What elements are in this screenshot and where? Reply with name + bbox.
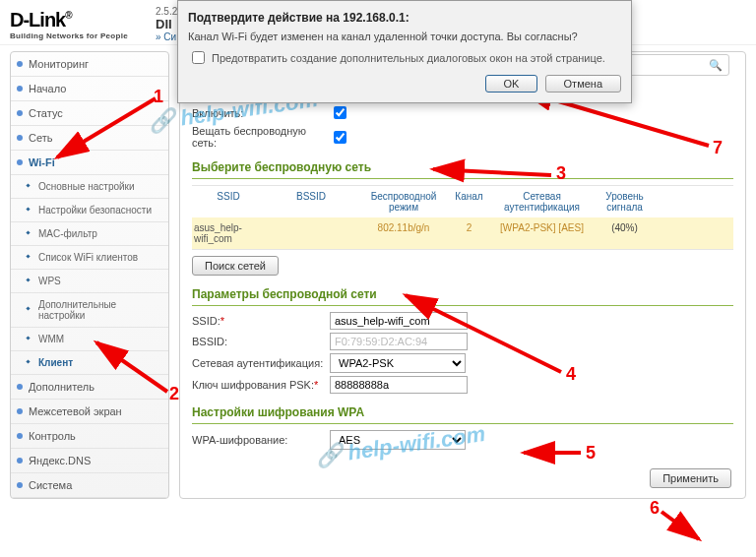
prevent-label: Предотвратить создание дополнительных ди…	[212, 52, 605, 64]
psk-label: Ключ шифрования PSK:	[192, 379, 314, 391]
bssid-input[interactable]	[330, 333, 468, 350]
bssid-label: BSSID:	[192, 336, 330, 347]
sidebar-item-start[interactable]: Начало	[11, 77, 168, 101]
cell-ssid: asus_help-wifi_com	[192, 217, 265, 249]
sidebar-item-control[interactable]: Контроль	[11, 424, 168, 449]
col-bssid[interactable]: BSSID	[265, 186, 357, 217]
sidebar-item-monitoring[interactable]: Мониторинг	[11, 52, 168, 77]
cell-mode: 802.11b/g/n	[357, 217, 450, 249]
col-mode[interactable]: Беспроводной режим	[357, 186, 450, 217]
marker-6: 6	[650, 498, 660, 519]
sidebar-item-wifi[interactable]: Wi-Fi	[11, 151, 168, 175]
marker-3: 3	[556, 163, 566, 184]
ssid-input[interactable]	[330, 312, 468, 330]
marker-7: 7	[713, 138, 723, 158]
sidebar-item-clients[interactable]: Список WiFi клиентов	[11, 246, 168, 270]
sidebar-item-yandexdns[interactable]: Яндекс.DNS	[11, 449, 168, 473]
sidebar-item-network[interactable]: Сеть	[11, 126, 168, 151]
search-networks-button[interactable]: Поиск сетей	[192, 256, 279, 276]
dialog-text: Канал Wi-Fi будет изменен на канал удале…	[188, 31, 621, 42]
cancel-button[interactable]: Отмена	[545, 75, 621, 93]
sidebar-item-extra[interactable]: Дополнитель	[11, 375, 168, 400]
wifi-row-selected[interactable]: asus_help-wifi_com 802.11b/g/n 2 [WPA2-P…	[192, 217, 733, 249]
cell-signal: (40%)	[596, 217, 654, 249]
ok-button[interactable]: OK	[485, 75, 538, 93]
enable-checkbox[interactable]	[334, 106, 346, 119]
sidebar-item-basic[interactable]: Основные настройки	[11, 175, 168, 199]
confirm-dialog: Подтвердите действие на 192.168.0.1: Кан…	[177, 0, 632, 103]
broadcast-label: Вещать беспроводную сеть:	[192, 125, 330, 149]
apply-button[interactable]: Применить	[650, 468, 731, 488]
auth-label: Сетевая аутентификация:	[192, 357, 330, 369]
sidebar-item-system[interactable]: Система	[11, 473, 168, 498]
col-ssid[interactable]: SSID	[192, 186, 265, 217]
col-auth[interactable]: Сетевая аутентификация	[488, 186, 596, 217]
enable-label: Включить:	[192, 107, 330, 119]
sidebar: Мониторинг Начало Статус Сеть Wi-Fi Осно…	[10, 51, 169, 499]
marker-4: 4	[566, 364, 576, 385]
sidebar-item-wps[interactable]: WPS	[11, 270, 168, 293]
main-panel: 🔍 Wi-Fi / Клиент Настройка маршрутизатор…	[179, 51, 746, 499]
section-wpa: Настройки шифрования WPA	[192, 402, 733, 424]
psk-input[interactable]	[330, 376, 468, 394]
wifi-table: SSID BSSID Беспроводной режим Канал Сете…	[192, 185, 733, 250]
logo-brand: D-Link	[10, 9, 65, 31]
section-params: Параметры беспроводной сети	[192, 283, 733, 306]
enc-label: WPA-шифрование:	[192, 434, 330, 446]
svg-line-5	[662, 512, 699, 539]
sidebar-item-advanced[interactable]: Дополнительные настройки	[11, 293, 168, 328]
cell-auth: [WPA2-PSK] [AES]	[488, 217, 596, 249]
sidebar-item-firewall[interactable]: Межсетевой экран	[11, 400, 168, 424]
sidebar-item-status[interactable]: Статус	[11, 101, 168, 126]
marker-1: 1	[154, 87, 163, 107]
col-channel[interactable]: Канал	[450, 186, 488, 217]
sidebar-item-client[interactable]: Клиент	[11, 351, 168, 375]
logo: D-Link® Building Networks for People	[10, 9, 148, 40]
enc-select[interactable]: AES	[330, 430, 466, 450]
broadcast-checkbox[interactable]	[334, 131, 346, 144]
marker-5: 5	[586, 443, 596, 464]
auth-select[interactable]: WPA2-PSK	[330, 353, 466, 373]
cell-bssid	[265, 217, 357, 249]
sidebar-item-security[interactable]: Настройки безопасности	[11, 199, 168, 222]
col-signal[interactable]: Уровень сигнала	[596, 186, 654, 217]
cell-channel: 2	[450, 217, 488, 249]
section-select-network: Выберите беспроводную сеть	[192, 156, 733, 179]
dialog-title: Подтвердите действие на 192.168.0.1:	[188, 11, 621, 25]
magnifier-icon: 🔍	[709, 59, 723, 72]
sidebar-item-wmm[interactable]: WMM	[11, 328, 168, 351]
ssid-label: SSID:	[192, 315, 220, 327]
sidebar-item-mac[interactable]: MAC-фильтр	[11, 222, 168, 246]
logo-tagline: Building Networks for People	[10, 31, 148, 40]
marker-2: 2	[169, 384, 179, 404]
prevent-checkbox[interactable]	[192, 51, 205, 64]
